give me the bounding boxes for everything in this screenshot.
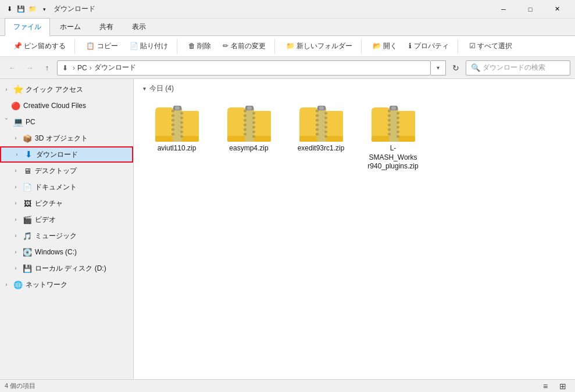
open-button[interactable]: 📂 開く — [367, 39, 402, 54]
section-chevron: ▾ — [143, 85, 146, 92]
sidebar-item-windows-c[interactable]: › 💽 Windows (C:) — [0, 244, 133, 260]
svg-rect-24 — [244, 128, 247, 131]
path-downloads[interactable]: ダウンロード — [94, 63, 136, 73]
file-item-lsmash[interactable]: L-SMASH_Works r940_plugins.zip — [364, 100, 422, 175]
sidebar-item-quick-access[interactable]: › ⭐ クイック アクセス — [0, 81, 133, 98]
address-dropdown[interactable]: ▾ — [431, 60, 446, 75]
tab-view[interactable]: 表示 — [123, 18, 155, 35]
list-view-button[interactable]: ≡ — [538, 379, 553, 393]
file-name-exedit: exedit93rc1.zip — [298, 144, 345, 153]
svg-rect-43 — [324, 112, 327, 114]
file-name-lsmash: L-SMASH_Works r940_plugins.zip — [367, 144, 419, 171]
sidebar-label-desktop: デスクトップ — [35, 166, 128, 176]
svg-rect-65 — [397, 135, 399, 138]
svg-rect-47 — [324, 131, 327, 133]
sidebar-item-3d-objects[interactable]: › 📦 3D オブジェクト — [0, 130, 133, 146]
svg-rect-8 — [172, 133, 174, 135]
3d-icon: 📦 — [22, 133, 33, 143]
sidebar-item-creative-cloud[interactable]: 🔴 Creative Cloud Files — [0, 98, 133, 114]
sidebar-label-pc: PC — [26, 118, 128, 126]
sidebar-item-network[interactable]: › 🌐 ネットワーク — [0, 276, 133, 293]
address-path[interactable]: ⬇ › PC › ダウンロード — [57, 60, 431, 75]
search-icon: 🔍 — [471, 63, 480, 72]
close-button[interactable]: ✕ — [544, 0, 570, 19]
path-separator1: › — [73, 64, 75, 72]
grid-view-button[interactable]: ⊞ — [555, 379, 570, 393]
sidebar-item-local-disk-d[interactable]: › 💾 ローカル ディスク (D:) — [0, 260, 133, 276]
status-bar: 4 個の項目 ≡ ⊞ — [0, 379, 575, 392]
sidebar-label-local-disk-d: ローカル ディスク (D:) — [35, 264, 128, 274]
path-pc[interactable]: PC — [77, 64, 87, 72]
expand-arrow-network: › — [2, 282, 10, 287]
file-area: ▾ 今日 (4) — [134, 79, 575, 379]
network-icon: 🌐 — [13, 279, 23, 290]
title-bar-controls: ─ □ ✕ — [490, 0, 570, 19]
sidebar-item-downloads[interactable]: › ⬇ ダウンロード — [0, 146, 133, 163]
maximize-button[interactable]: □ — [517, 0, 544, 19]
svg-rect-26 — [252, 112, 255, 114]
minimize-button[interactable]: ─ — [490, 0, 517, 19]
up-button[interactable]: ↑ — [40, 60, 55, 75]
svg-rect-46 — [324, 126, 327, 128]
svg-rect-37 — [316, 110, 319, 112]
sidebar-item-desktop[interactable]: › 🖥 デスクトップ — [0, 163, 133, 179]
svg-rect-41 — [316, 128, 319, 131]
svg-rect-23 — [244, 124, 247, 126]
new-folder-button[interactable]: 📁 新しいフォルダー — [281, 39, 358, 54]
svg-rect-12 — [180, 126, 183, 128]
sidebar-item-music[interactable]: › 🎵 ミュージック — [0, 228, 133, 244]
title-bar: ⬇ 💾 📁 ▾ ダウンロード ─ □ ✕ — [0, 0, 575, 19]
tab-home[interactable]: ホーム — [51, 18, 90, 35]
toolbar-group-select: ☑ すべて選択 — [460, 39, 521, 54]
refresh-button[interactable]: ↻ — [448, 60, 463, 75]
zip-icon-easymp4 — [227, 104, 271, 142]
svg-rect-22 — [244, 119, 247, 121]
search-box[interactable]: 🔍 ダウンロードの検索 — [466, 60, 570, 75]
select-all-button[interactable]: ☑ すべて選択 — [464, 39, 517, 54]
ribbon-tabs: ファイル ホーム 共有 表示 — [0, 19, 575, 36]
svg-rect-54 — [388, 110, 391, 112]
svg-rect-13 — [180, 131, 183, 133]
expand-arrow-3d: › — [12, 135, 20, 141]
sidebar: › ⭐ クイック アクセス 🔴 Creative Cloud Files › 💻… — [0, 79, 134, 379]
rename-button[interactable]: ✏ 名前の変更 — [217, 39, 270, 54]
tab-file[interactable]: ファイル — [5, 18, 50, 36]
svg-rect-61 — [397, 117, 399, 119]
down-arrow-icon: ▾ — [40, 5, 49, 14]
file-item-aviutl[interactable]: aviutl110.zip — [148, 100, 206, 175]
expand-arrow-windows: › — [12, 249, 20, 255]
copy-button[interactable]: 📋 コピー — [81, 39, 123, 54]
paste-button[interactable]: 📄 貼り付け — [124, 39, 173, 54]
pc-icon: 💻 — [13, 117, 23, 127]
sidebar-item-documents[interactable]: › 📄 ドキュメント — [0, 179, 133, 195]
sidebar-item-pictures[interactable]: › 🖼 ピクチャ — [0, 195, 133, 211]
svg-rect-5 — [172, 119, 174, 121]
svg-rect-55 — [388, 114, 391, 117]
tab-share[interactable]: 共有 — [91, 18, 122, 35]
svg-rect-62 — [397, 121, 399, 124]
sidebar-label-network: ネットワーク — [26, 280, 128, 290]
svg-rect-39 — [316, 119, 319, 121]
svg-rect-33 — [247, 106, 252, 110]
sidebar-item-videos[interactable]: › 🎬 ビデオ — [0, 211, 133, 228]
delete-button[interactable]: 🗑 削除 — [183, 39, 216, 54]
quick-access-icon: ⭐ — [13, 84, 23, 95]
documents-icon: 📄 — [22, 182, 33, 192]
expand-arrow-quick-access: › — [2, 87, 10, 92]
sidebar-label-windows-c: Windows (C:) — [35, 248, 128, 256]
svg-rect-63 — [397, 126, 399, 128]
file-item-easymp4[interactable]: easymp4.zip — [220, 100, 278, 175]
back-button[interactable]: ← — [5, 60, 20, 75]
svg-rect-20 — [244, 110, 247, 112]
address-bar: ← → ↑ ⬇ › PC › ダウンロード ▾ ↻ 🔍 ダウンロードの検索 — [0, 57, 575, 79]
folder-icon: 📁 — [28, 5, 37, 14]
expand-arrow-desktop: › — [12, 168, 20, 174]
properties-button[interactable]: ℹ プロパティ — [403, 39, 453, 54]
svg-rect-30 — [252, 131, 255, 133]
pin-button[interactable]: 📌 ピン留めする — [8, 39, 71, 54]
sidebar-item-pc[interactable]: › 💻 PC — [0, 114, 133, 130]
music-icon: 🎵 — [22, 231, 33, 241]
forward-button[interactable]: → — [22, 60, 37, 75]
svg-rect-25 — [244, 133, 247, 135]
file-item-exedit[interactable]: exedit93rc1.zip — [292, 100, 350, 175]
